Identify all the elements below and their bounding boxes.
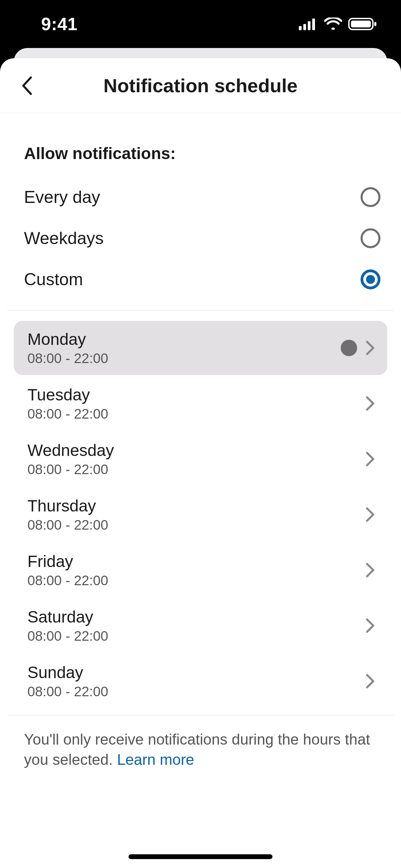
radio-unselected-icon (361, 228, 380, 248)
day-info: Monday08:00 - 22:00 (27, 330, 108, 366)
day-info: Friday08:00 - 22:00 (27, 552, 108, 588)
divider (7, 715, 394, 715)
chevron-right-icon (363, 674, 377, 688)
day-info: Sunday08:00 - 22:00 (27, 663, 108, 699)
day-row-tuesday[interactable]: Tuesday08:00 - 22:00 (14, 376, 387, 431)
day-range: 08:00 - 22:00 (27, 351, 108, 366)
chevron-right-icon (363, 397, 377, 410)
header: Notification schedule (0, 58, 401, 113)
battery-icon (348, 17, 377, 31)
chevron-right-icon (363, 341, 377, 355)
day-row-monday[interactable]: Monday08:00 - 22:00 (14, 321, 387, 375)
option-weekdays[interactable]: Weekdays (0, 218, 401, 259)
option-label: Weekdays (24, 228, 104, 248)
svg-rect-3 (312, 19, 315, 30)
day-right (363, 619, 377, 632)
day-right (363, 397, 377, 410)
option-custom[interactable]: Custom (0, 259, 401, 300)
chevron-right-icon (363, 563, 377, 577)
day-name: Friday (27, 552, 108, 571)
content: Allow notifications: Every day Weekdays … (0, 113, 401, 770)
day-name: Tuesday (27, 385, 108, 404)
svg-rect-2 (308, 21, 311, 30)
day-right (363, 563, 377, 577)
day-name: Sunday (27, 663, 108, 682)
option-label: Custom (24, 269, 83, 289)
radio-selected-icon (361, 269, 380, 289)
chevron-left-icon (21, 75, 34, 96)
status-time: 9:41 (41, 14, 77, 34)
status-indicators (299, 17, 377, 31)
page-title: Notification schedule (104, 74, 297, 97)
home-indicator (129, 854, 272, 859)
day-name: Saturday (27, 607, 108, 626)
day-range: 08:00 - 22:00 (27, 573, 108, 588)
day-row-sunday[interactable]: Sunday08:00 - 22:00 (14, 654, 387, 708)
day-row-friday[interactable]: Friday08:00 - 22:00 (14, 543, 387, 597)
option-every-day[interactable]: Every day (0, 177, 401, 218)
day-name: Wednesday (27, 441, 114, 460)
day-name: Thursday (27, 496, 108, 515)
wifi-icon (324, 17, 342, 31)
footer-body: You'll only receive notifications during… (24, 731, 370, 768)
day-right (363, 452, 377, 466)
sheet: Notification schedule Allow notification… (0, 58, 401, 868)
day-info: Wednesday08:00 - 22:00 (27, 441, 114, 477)
day-row-wednesday[interactable]: Wednesday08:00 - 22:00 (14, 432, 387, 486)
svg-rect-1 (303, 24, 306, 30)
cellular-icon (299, 18, 318, 30)
day-range: 08:00 - 22:00 (27, 628, 108, 644)
day-row-saturday[interactable]: Saturday08:00 - 22:00 (14, 599, 387, 653)
day-range: 08:00 - 22:00 (27, 406, 108, 422)
day-right (363, 674, 377, 688)
chevron-right-icon (363, 452, 377, 466)
day-name: Monday (27, 330, 108, 349)
day-range: 08:00 - 22:00 (27, 517, 108, 533)
chevron-right-icon (363, 508, 377, 521)
chevron-right-icon (363, 619, 377, 632)
svg-rect-5 (351, 21, 371, 27)
section-label: Allow notifications: (0, 144, 401, 163)
day-range: 08:00 - 22:00 (27, 684, 108, 699)
option-label: Every day (24, 187, 100, 207)
day-info: Thursday08:00 - 22:00 (27, 496, 108, 533)
learn-more-link[interactable]: Learn more (117, 751, 194, 768)
back-button[interactable] (17, 75, 38, 96)
day-info: Tuesday08:00 - 22:00 (27, 385, 108, 422)
day-info: Saturday08:00 - 22:00 (27, 607, 108, 644)
status-dot-icon (341, 340, 357, 356)
day-range: 08:00 - 22:00 (27, 462, 114, 477)
day-row-thursday[interactable]: Thursday08:00 - 22:00 (14, 487, 387, 542)
radio-unselected-icon (361, 187, 380, 207)
status-bar: 9:41 (0, 0, 401, 48)
divider (7, 310, 394, 311)
day-list: Monday08:00 - 22:00Tuesday08:00 - 22:00W… (0, 321, 401, 708)
svg-rect-6 (374, 22, 376, 26)
footer-text: You'll only receive notifications during… (0, 729, 401, 770)
day-right (341, 340, 377, 356)
svg-rect-0 (299, 26, 302, 30)
day-right (363, 508, 377, 521)
